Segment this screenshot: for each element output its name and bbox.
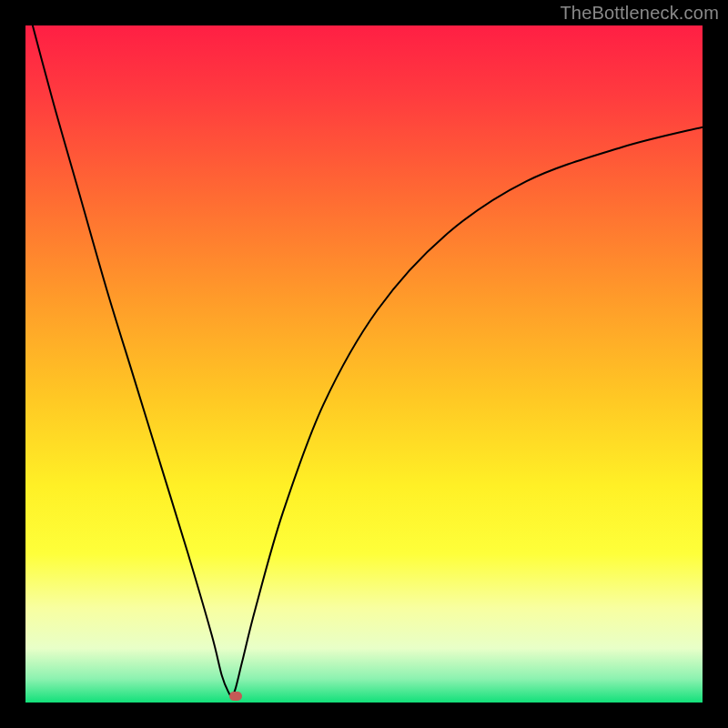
chart-frame: TheBottleneck.com [0,0,728,728]
bottleneck-curve [25,25,703,696]
curve-layer [25,25,703,703]
watermark-text: TheBottleneck.com [560,3,719,24]
optimal-point-marker [229,692,242,701]
plot-area [25,25,703,703]
